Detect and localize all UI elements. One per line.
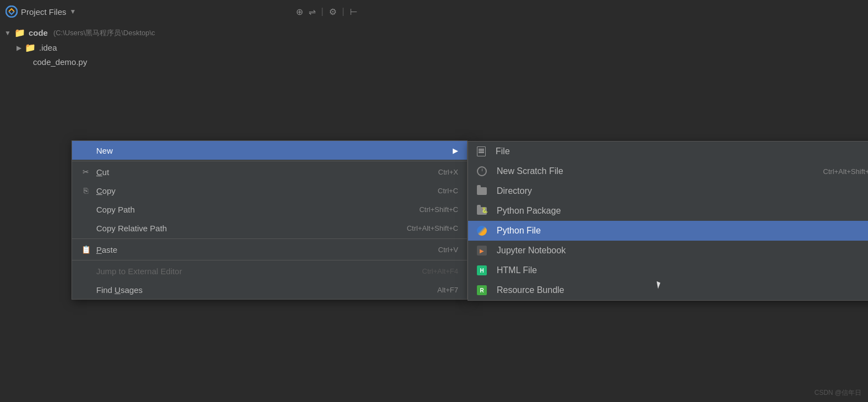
copy-shortcut: Ctrl+C [438,187,458,195]
tree-root[interactable]: ▼ 📁 code (C:\Users\黑马程序员\Desktop\c [0,25,363,40]
separator: | [321,7,323,17]
submenu-new: File New Scratch File Ctrl+Alt+Shift+Ins… [468,141,868,301]
toolbar-actions: ⊕ ⇌ | ⚙ | ⊢ [296,7,358,17]
menu-item-copy-path[interactable]: Copy Path Ctrl+Shift+C [72,200,467,219]
menu-item-cut[interactable]: ✂ Cut Ctrl+X [72,162,467,181]
root-path: (C:\Users\黑马程序员\Desktop\c [53,28,155,38]
find-usages-label: Find Usages [96,285,432,295]
root-arrow: ▼ [4,29,11,37]
resource-icon: R [477,285,487,295]
submenu-item-python-file[interactable]: Python File [468,221,868,241]
scratch-icon [477,166,487,176]
menu-item-find-usages[interactable]: Find Usages Alt+F7 [72,280,467,299]
copy-rel-path-icon [81,223,91,233]
jupyter-label: Jupyter Notebook [497,246,565,256]
menu-item-copy-rel-path[interactable]: Copy Relative Path Ctrl+Alt+Shift+C [72,219,467,237]
py-file-label: code_demo.py [33,57,87,67]
pyfile-label: Python File [497,226,541,236]
find-usages-shortcut: Alt+F7 [437,286,458,294]
svg-point-0 [6,6,17,17]
tree-idea-folder[interactable]: ▶ 📁 .idea [0,40,363,55]
file-label: File [496,146,510,156]
cut-icon: ✂ [81,167,91,177]
menu-item-jump-external: Jump to External Editor Ctrl+Alt+F4 [72,262,467,280]
jump-external-label: Jump to External Editor [96,267,416,276]
resource-label: Resource Bundle [497,285,564,295]
menu-item-paste[interactable]: 📋 Paste Ctrl+V [72,240,467,259]
submenu-item-html[interactable]: H HTML File [468,260,868,280]
file-icon [477,146,486,156]
jupyter-icon: ▶ [477,246,487,256]
paste-label: Paste [96,245,433,254]
toolbar-title-text: Project Files [21,7,67,17]
html-label: HTML File [497,265,537,275]
watermark: CSDN @信年日 [814,388,861,398]
menu-item-new[interactable]: New ▶ [72,141,467,160]
pypkg-label: Python Package [497,206,561,216]
new-menu-icon [81,145,91,155]
paste-icon: 📋 [81,245,91,254]
copy-path-label: Copy Path [96,205,414,214]
project-icon [6,6,18,18]
copy-rel-path-label: Copy Relative Path [96,224,401,233]
html-icon: H [477,265,487,275]
divider-3 [72,260,467,260]
copy-path-shortcut: Ctrl+Shift+C [419,205,458,214]
copy-label: Copy [96,186,432,195]
divider-2 [72,238,467,239]
idea-label: .idea [39,43,57,52]
tree-py-file[interactable]: code_demo.py [0,55,363,69]
layout-icon[interactable]: ⊢ [350,7,358,17]
idea-arrow: ▶ [17,44,21,52]
sync-icon[interactable]: ⊕ [296,7,303,17]
dir-icon [477,187,487,195]
submenu-item-new-scratch[interactable]: New Scratch File Ctrl+Alt+Shift+Insert [468,161,868,181]
submenu-item-resource-bundle[interactable]: R Resource Bundle [468,280,868,300]
scratch-label: New Scratch File [497,166,563,176]
copy-icon: ⎘ [81,186,91,195]
new-menu-label: New [96,146,447,155]
idea-folder-icon: 📁 [25,42,36,53]
collapse-icon[interactable]: ⇌ [309,7,316,17]
separator2: | [342,7,344,17]
toolbar-title-group: Project Files ▼ [6,6,76,18]
submenu-item-jupyter[interactable]: ▶ Jupyter Notebook [468,241,868,260]
project-toolbar: Project Files ▼ ⊕ ⇌ | ⚙ | ⊢ [0,0,363,23]
submenu-item-python-package[interactable]: Python Package [468,201,868,221]
settings-icon[interactable]: ⚙ [329,7,337,17]
folder-icon: 📁 [14,28,25,38]
new-submenu-arrow: ▶ [453,146,458,155]
pyfile-icon [477,226,487,236]
menu-item-copy[interactable]: ⎘ Copy Ctrl+C [72,181,467,200]
toolbar-dropdown-arrow[interactable]: ▼ [70,8,76,15]
root-label: code [29,28,48,37]
scratch-shortcut: Ctrl+Alt+Shift+Insert [823,167,868,176]
find-usages-icon [81,285,91,295]
file-tree: ▼ 📁 code (C:\Users\黑马程序员\Desktop\c ▶ 📁 .… [0,23,363,71]
submenu-item-file[interactable]: File [468,142,868,161]
dir-label: Directory [497,186,532,196]
copy-path-icon [81,204,91,214]
cut-label: Cut [96,167,433,177]
cut-shortcut: Ctrl+X [438,168,458,176]
jump-external-shortcut: Ctrl+Alt+F4 [422,267,458,275]
context-menu: New ▶ ✂ Cut Ctrl+X ⎘ Copy Ctrl+C Copy Pa… [72,140,468,300]
pypkg-icon [477,207,487,215]
divider-1 [72,161,467,161]
copy-rel-path-shortcut: Ctrl+Alt+Shift+C [406,224,458,232]
submenu-item-directory[interactable]: Directory [468,181,868,201]
paste-shortcut: Ctrl+V [438,246,458,254]
jump-external-icon [81,266,91,276]
